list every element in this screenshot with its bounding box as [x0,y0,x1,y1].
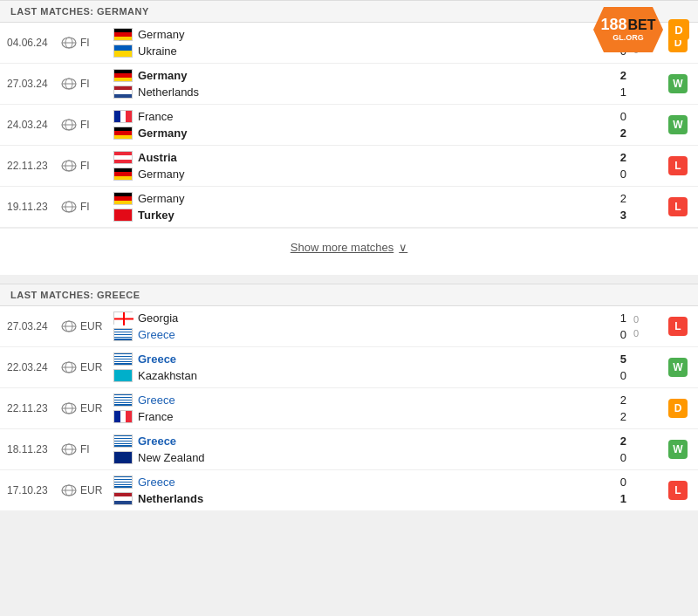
score-val: 2 [620,69,626,82]
table-row: 27.03.24 EUR Georgia Greece 1 [0,306,698,347]
globe-icon [61,484,77,496]
result-badge-logo: D [668,19,689,40]
table-row: 22.11.23 FI Austria Germany 2 0 [0,146,698,187]
team-name: Germany [138,168,243,181]
score-val: 2 [620,151,626,164]
match-date: 04.06.24 [0,37,61,49]
team-line: Germany [113,125,607,141]
score-val: 5 [620,352,626,366]
score-cell: 2 1 [607,65,633,102]
result-cell: D [654,399,698,418]
globe-icon [61,160,77,172]
score-val: 2 [620,192,626,205]
score-val: 0 [620,369,626,382]
globe-icon [61,361,77,373]
flag-nl [113,492,133,505]
team-line: Ukraine [113,43,607,59]
team-name: Turkey [138,209,243,222]
score-val: 2 [620,435,626,448]
match-comp: FI [61,201,113,213]
match-date: 22.03.24 [0,361,61,373]
comp-label: EUR [80,361,102,373]
team-line: Greece [113,326,607,343]
team-name: Netherlands [138,492,243,505]
extra-score-cell [633,80,654,87]
score-val: 0 [620,168,626,181]
flag-gr [113,476,133,489]
score-val: 0 [620,476,626,489]
section-greece: LAST MATCHES: GREECE 27.03.24 EUR Georgi… [0,284,698,510]
flag-nl [113,86,133,99]
match-date: 22.11.23 [0,160,61,172]
team-name: Netherlands [138,86,243,99]
globe-icon [61,443,77,455]
score-cell: 2 2 [607,390,633,427]
team-line: Greece [113,433,607,449]
result-badge: W [668,74,688,93]
team-name: France [138,110,243,123]
team-name: Germany [138,28,243,41]
match-comp: FI [61,78,113,90]
teams-cell: Austria Germany [113,146,607,186]
score-val: 2 [620,127,626,140]
score-val: 0 [620,328,626,341]
extra-score: 0 [633,328,639,339]
team-line: Greece [113,351,607,367]
team-line: Germany [113,67,607,84]
result-cell: W [654,440,698,459]
team-name: Greece [138,435,243,448]
team-line: New Zealand [113,449,607,466]
extra-score-cell [633,487,654,494]
logo-bet: BET [628,17,656,33]
teams-cell: Germany Turkey [113,187,607,227]
team-line: France [113,408,607,425]
show-more-button[interactable]: Show more matches ∨ [0,228,698,266]
flag-fr [113,410,133,423]
team-name: New Zealand [138,451,243,464]
match-comp: EUR [61,402,113,414]
comp-label: FI [80,78,90,90]
chevron-down-icon: ∨ [399,241,407,254]
teams-cell: Georgia Greece [113,306,607,346]
score-cell: 2 0 [607,431,633,468]
team-name: Georgia [138,311,243,325]
table-row: 17.10.23 EUR Greece Netherlands 0 1 [0,470,698,510]
flag-de [113,168,133,181]
flag-tr [113,209,133,222]
team-line: Georgia [113,310,607,326]
flag-gr [113,435,133,448]
team-line: Germany [113,190,607,207]
team-line: Netherlands [113,490,607,507]
result-cell: W [654,358,698,377]
logo-num: 188 [600,17,626,34]
match-comp: EUR [61,361,113,373]
extra-score-cell [633,121,654,128]
result-cell: L [654,197,698,216]
flag-gr [113,394,133,407]
globe-icon [61,37,77,49]
globe-icon [61,201,77,213]
flag-gr [113,328,133,341]
match-comp: FI [61,160,113,172]
teams-cell: Greece Netherlands [113,470,607,510]
score-val: 1 [620,311,626,325]
result-badge: W [668,358,688,377]
match-comp: EUR [61,320,113,332]
flag-ge [113,311,133,325]
team-name: Greece [138,328,243,341]
result-badge: L [668,156,688,175]
match-comp: FI [61,37,113,49]
extra-score-cell: 0 0 [633,311,654,342]
flag-de [113,69,133,82]
table-row: 19.11.23 FI Germany Turkey 2 3 [0,187,698,228]
score-val: 1 [620,492,626,505]
team-name: Germany [138,69,243,82]
table-row: 27.03.24 FI Germany Netherlands 2 1 [0,64,698,105]
score-cell: 2 0 [607,147,633,184]
section-gap [0,275,698,284]
result-badge: L [668,197,688,216]
result-badge: W [668,115,688,134]
logo-area: 188 BET GL.ORG D [593,7,689,52]
globe-icon [61,78,77,90]
comp-label: EUR [80,402,102,414]
